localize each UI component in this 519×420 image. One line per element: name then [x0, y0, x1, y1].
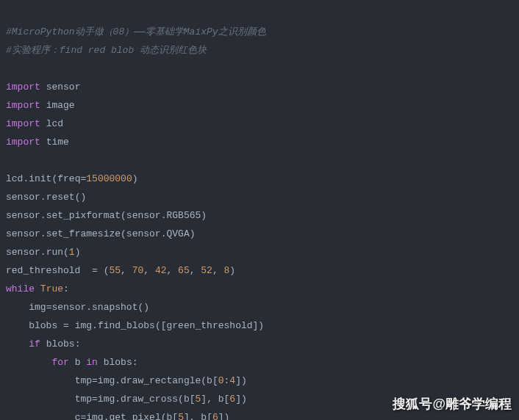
green-threshold: green_threshold [167, 320, 253, 331]
watermark: 搜狐号@雕爷学编程 [393, 395, 512, 413]
run-fn: run [46, 247, 63, 258]
draw-cross-fn: draw_cross [121, 394, 178, 405]
snapshot-fn: snapshot [92, 302, 137, 313]
import-keyword: import [6, 137, 40, 148]
if-keyword: if [29, 338, 40, 350]
module-sensor: sensor [46, 82, 81, 93]
b-var: b [75, 357, 81, 368]
get-pixel-fn: get_pixel [109, 412, 160, 420]
rgb565: RGB565 [166, 210, 201, 221]
sensor-obj: sensor [6, 247, 40, 258]
reset-fn: reset [46, 192, 75, 203]
freq-param: freq [57, 173, 80, 184]
run-value: 1 [69, 247, 75, 258]
tmp-var: tmp [75, 394, 92, 405]
import-keyword: import [6, 100, 40, 111]
module-image: image [46, 100, 75, 111]
in-keyword: in [86, 357, 98, 368]
idx6: 6 [229, 394, 235, 405]
sensor-obj: sensor [6, 210, 40, 221]
comment-title: #MicroPython动手做（08）——零基础学MaixPy之识别颜色 [6, 26, 266, 37]
module-lcd: lcd [46, 118, 63, 129]
sensor-obj: sensor [6, 192, 40, 203]
comment-desc: #实验程序：find red blob 动态识别红色块 [6, 45, 207, 56]
img-var: img [29, 302, 46, 313]
qvga: QVGA [166, 228, 189, 239]
sensor-obj: sensor [6, 228, 40, 239]
t3: 42 [155, 265, 167, 276]
pixformat-fn: set_pixformat [46, 210, 121, 221]
freq-value: 15000000 [86, 173, 132, 184]
t4: 65 [178, 265, 190, 276]
t1: 55 [109, 265, 121, 276]
idx5b: 5 [178, 412, 184, 420]
for-keyword: for [51, 357, 68, 368]
blobs-var: blobs [29, 320, 57, 331]
import-keyword: import [6, 118, 40, 129]
code-block: #MicroPython动手做（08）——零基础学MaixPy之识别颜色 #实验… [0, 0, 519, 420]
red-threshold-var: red_threshold [6, 265, 80, 276]
init-fn: init [29, 173, 51, 184]
t5: 52 [201, 265, 212, 276]
framesize-fn: set_framesize [46, 228, 121, 239]
import-keyword: import [6, 82, 40, 93]
t2: 70 [132, 265, 144, 276]
idx0: 0 [218, 375, 224, 386]
while-keyword: while [6, 283, 35, 294]
find-blobs-fn: find_blobs [98, 320, 155, 331]
module-time: time [46, 137, 69, 148]
idx4: 4 [229, 375, 235, 386]
true-keyword: True [40, 283, 63, 294]
draw-rect-fn: draw_rectangle [121, 375, 201, 386]
idx6b: 6 [212, 412, 218, 420]
lcd-obj: lcd [6, 173, 23, 184]
tmp-var: tmp [75, 375, 92, 386]
